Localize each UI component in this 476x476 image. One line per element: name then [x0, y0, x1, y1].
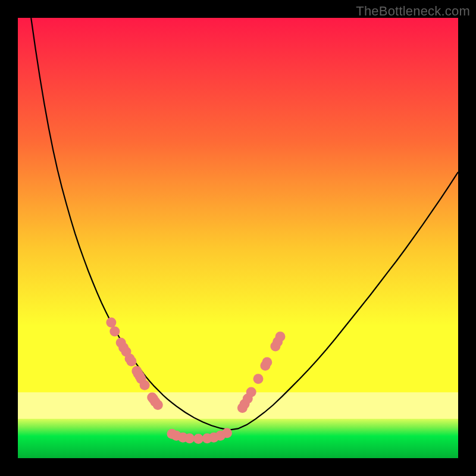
plot-area — [18, 18, 458, 458]
chart-frame: TheBottleneck.com — [0, 0, 476, 476]
sample-dot — [140, 380, 150, 390]
sample-dot — [222, 428, 232, 438]
sample-dot — [275, 331, 286, 342]
sample-dot — [153, 400, 163, 410]
chart-svg — [18, 18, 458, 458]
gradient-background — [18, 18, 458, 458]
sample-dot — [193, 434, 203, 444]
sample-dot — [262, 357, 272, 367]
sample-dot — [246, 387, 256, 397]
sample-dot — [106, 318, 116, 328]
sample-dot — [253, 374, 264, 384]
sample-dot — [184, 433, 195, 443]
sample-dot — [109, 326, 120, 336]
watermark-text: TheBottleneck.com — [356, 4, 470, 19]
sample-dot — [126, 356, 136, 367]
